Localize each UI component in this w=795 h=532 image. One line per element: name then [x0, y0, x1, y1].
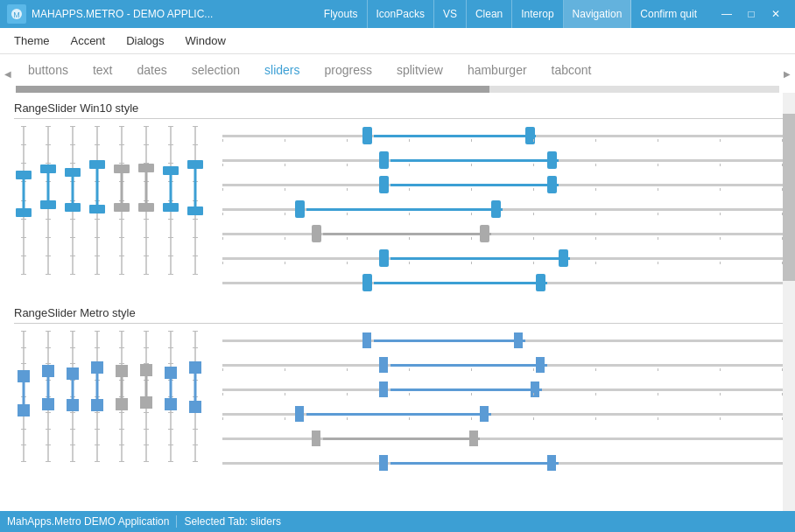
content-inner: RangeSlider Win10 style	[0, 93, 795, 511]
win10-vertical-sliders	[14, 126, 205, 284]
nav-navigation[interactable]: Navigation	[564, 0, 632, 28]
menubar: Theme Accent Dialogs Window	[0, 28, 795, 54]
h-range-7[interactable]	[222, 273, 783, 292]
metro-vert-5[interactable]	[112, 331, 131, 462]
metro-section-title: RangeSlider Metro style	[14, 306, 783, 324]
metro-vertical-sliders	[14, 331, 205, 471]
metro-h-range-4[interactable]	[222, 404, 783, 424]
vert-slider-2[interactable]	[39, 126, 58, 275]
metro-vert-7[interactable]	[161, 331, 180, 462]
nav-interop[interactable]: Interop	[512, 0, 563, 28]
nav-flyouts[interactable]: Flyouts	[315, 0, 368, 28]
vert-slider-4[interactable]	[88, 126, 107, 275]
h-range-5[interactable]	[222, 224, 783, 243]
tab-scroll-right[interactable]: ▶	[779, 54, 795, 86]
metro-vert-6[interactable]	[137, 331, 156, 462]
h-range-3[interactable]	[222, 175, 783, 194]
app-title: MAHAPPS.METRO - DEMO APPLIC...	[32, 8, 315, 20]
svg-text:M: M	[13, 10, 20, 19]
h-range-1[interactable]	[222, 126, 783, 145]
maximize-button[interactable]: □	[739, 4, 763, 24]
metro-sliders-layout	[14, 331, 783, 472]
nav-vs[interactable]: VS	[434, 0, 467, 28]
close-button[interactable]: ✕	[763, 4, 788, 24]
vert-slider-8[interactable]	[186, 126, 205, 275]
app-icon: M	[7, 4, 26, 24]
h-range-6[interactable]	[222, 248, 783, 268]
tab-text[interactable]: text	[81, 54, 125, 86]
vert-slider-7[interactable]	[161, 126, 180, 275]
vert-slider-6[interactable]	[137, 126, 156, 275]
metro-section: RangeSlider Metro style	[14, 306, 783, 472]
metro-vert-1[interactable]	[14, 331, 33, 462]
tab-progress[interactable]: progress	[313, 54, 384, 86]
win10-section: RangeSlider Win10 style	[14, 102, 783, 292]
tab-dates[interactable]: dates	[125, 54, 179, 86]
window-controls: — □ ✕	[714, 4, 788, 24]
menu-window[interactable]: Window	[175, 31, 236, 51]
minimize-button[interactable]: —	[714, 4, 739, 24]
vert-slider-1[interactable]	[14, 126, 33, 275]
win10-sliders-layout	[14, 126, 783, 292]
tab-splitview[interactable]: splitview	[384, 54, 455, 86]
metro-h-range-2[interactable]	[222, 355, 783, 374]
win10-section-title: RangeSlider Win10 style	[14, 102, 783, 119]
metro-vert-4[interactable]	[88, 331, 107, 462]
metro-vert-8[interactable]	[186, 331, 205, 462]
metro-h-range-1[interactable]	[222, 331, 783, 350]
metro-h-range-5[interactable]	[222, 429, 783, 448]
vert-slider-5[interactable]	[112, 126, 131, 275]
metro-vert-3[interactable]	[63, 331, 82, 462]
vert-slider-3[interactable]	[63, 126, 82, 275]
metro-h-range-3[interactable]	[222, 380, 783, 399]
content-area: RangeSlider Win10 style	[0, 93, 795, 511]
nav-iconpacks[interactable]: IconPacks	[368, 0, 434, 28]
titlebar-nav: Flyouts IconPacks VS Clean Interop Navig…	[315, 0, 706, 28]
tab-buttons[interactable]: buttons	[16, 54, 81, 86]
statusbar-separator	[176, 515, 177, 528]
metro-horizontal-sliders	[222, 331, 783, 472]
statusbar-selected-tab: Selected Tab: sliders	[184, 515, 281, 528]
tab-scrolltrack	[16, 86, 779, 93]
statusbar: MahApps.Metro DEMO Application Selected …	[0, 511, 795, 532]
h-range-4[interactable]	[222, 200, 783, 219]
tab-scrollthumb	[16, 86, 489, 93]
scrollbar-track[interactable]	[783, 93, 795, 511]
statusbar-app-label: MahApps.Metro DEMO Application	[7, 515, 169, 528]
menu-theme[interactable]: Theme	[4, 31, 60, 51]
h-range-2[interactable]	[222, 150, 783, 170]
tab-sliders[interactable]: sliders	[252, 54, 312, 86]
menu-accent[interactable]: Accent	[60, 31, 116, 51]
win10-horizontal-sliders	[222, 126, 783, 292]
nav-clean[interactable]: Clean	[467, 0, 512, 28]
tab-selection[interactable]: selection	[179, 54, 252, 86]
tab-container: ◀ buttons text dates selection sliders p…	[0, 54, 795, 93]
titlebar: M MAHAPPS.METRO - DEMO APPLIC... Flyouts…	[0, 0, 795, 28]
metro-h-range-6[interactable]	[222, 453, 783, 472]
scrollbar-thumb[interactable]	[783, 114, 795, 281]
nav-confirm-quit[interactable]: Confirm quit	[631, 0, 706, 28]
tab-bar: ◀ buttons text dates selection sliders p…	[0, 54, 795, 86]
tab-hamburger[interactable]: hamburger	[455, 54, 539, 86]
menu-dialogs[interactable]: Dialogs	[116, 31, 174, 51]
tab-tabcont[interactable]: tabcont	[539, 54, 604, 86]
tab-scroll-left[interactable]: ◀	[0, 54, 16, 86]
metro-vert-2[interactable]	[39, 331, 58, 462]
